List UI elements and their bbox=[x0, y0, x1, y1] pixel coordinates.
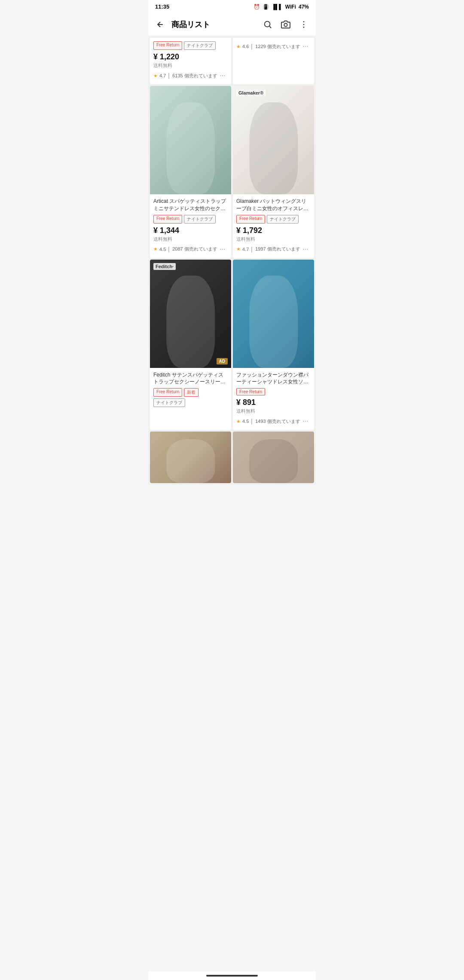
product-price-6: ¥ 891 bbox=[236, 398, 311, 407]
nightclub-tag: ナイトクラブ bbox=[184, 41, 216, 50]
nightclub-tag-4: ナイトクラブ bbox=[267, 215, 299, 224]
product-image-6 bbox=[233, 260, 314, 368]
nightclub-tag-3: ナイトクラブ bbox=[184, 215, 216, 224]
more-options-3[interactable]: ··· bbox=[217, 244, 228, 254]
more-options-4[interactable]: ··· bbox=[300, 244, 311, 254]
header: 商品リスト bbox=[148, 13, 316, 36]
divider-6: │ bbox=[250, 419, 253, 424]
product-info-5: Feditch サテンスパゲッティストラップセクシーノースリーブナ… Free … bbox=[150, 368, 231, 413]
search-button[interactable] bbox=[261, 18, 275, 31]
rating-row-3: ★ 4.5 │ 2087 個売れています ··· bbox=[153, 244, 228, 254]
new-tag-5: 新着 bbox=[184, 388, 198, 397]
brand-watermark-4: Glamaker® bbox=[236, 89, 266, 96]
product-price-3: ¥ 1,344 bbox=[153, 226, 228, 235]
svg-point-4 bbox=[303, 27, 305, 28]
sold-count-3: 2087 個売れています bbox=[172, 246, 217, 252]
rating-value-6: 4.5 bbox=[242, 419, 249, 424]
product-info-6: ファッションターンダウン襟パーティーシャツドレス女性ソリッ… Free Retu… bbox=[233, 368, 314, 430]
product-card-2[interactable]: ★ 4.6 │ 1229 個売れています ··· bbox=[233, 38, 314, 84]
free-return-tag-5: Free Return bbox=[153, 388, 182, 397]
product-title-6: ファッションターンダウン襟パーティーシャツドレス女性ソリッ… bbox=[236, 371, 311, 386]
svg-point-3 bbox=[303, 24, 305, 25]
product-shipping-6: 送料無料 bbox=[236, 408, 311, 414]
star-icon-6: ★ bbox=[236, 419, 241, 424]
sold-count-2: 1229 個売れています bbox=[255, 43, 300, 50]
nightclub-tag-5: ナイトクラブ bbox=[153, 398, 185, 407]
product-grid: Free Return ナイトクラブ ¥ 1,220 送料無料 ★ 4.7 │ … bbox=[148, 36, 316, 485]
vibrate-icon: 📳 bbox=[263, 4, 269, 10]
free-return-tag-4: Free Return bbox=[236, 215, 265, 224]
product-tags-5: Free Return 新着 ナイトクラブ bbox=[153, 388, 228, 407]
product-tags-3: Free Return ナイトクラブ bbox=[153, 215, 228, 224]
rating-value-4: 4.7 bbox=[242, 247, 249, 252]
rating-row-4: ★ 4.7 │ 1997 個売れています ··· bbox=[236, 244, 311, 254]
rating-value-2: 4.6 bbox=[242, 44, 249, 49]
page-title: 商品リスト bbox=[171, 19, 256, 30]
signal-icon: ▐▌▌ bbox=[272, 4, 283, 10]
product-rating-6: ★ 4.5 │ 1493 個売れています bbox=[236, 418, 300, 425]
product-title-4: Glamaker バットウィングスリーブ白ミニ女性のオフィスレディ… bbox=[236, 198, 311, 212]
star-icon-3: ★ bbox=[153, 246, 158, 252]
rating-row-1: ★ 4.7 │ 6135 個売れています ··· bbox=[153, 70, 228, 81]
camera-button[interactable] bbox=[279, 18, 293, 31]
wifi-icon: WiFi bbox=[285, 4, 296, 10]
product-card-7[interactable] bbox=[150, 432, 231, 483]
divider-3: │ bbox=[168, 247, 171, 252]
divider-2: │ bbox=[250, 44, 253, 49]
svg-point-1 bbox=[284, 23, 287, 26]
product-tags-1: Free Return ナイトクラブ bbox=[153, 41, 228, 50]
product-card-6[interactable]: ファッションターンダウン襟パーティーシャツドレス女性ソリッ… Free Retu… bbox=[233, 260, 314, 430]
product-info-2: ★ 4.6 │ 1229 個売れています ··· bbox=[233, 38, 314, 55]
product-shipping-1: 送料無料 bbox=[153, 62, 228, 69]
more-button[interactable] bbox=[297, 18, 311, 31]
product-rating-2: ★ 4.6 │ 1229 個売れています bbox=[236, 43, 300, 50]
product-tags-4: Free Return ナイトクラブ bbox=[236, 215, 311, 224]
sold-count-6: 1493 個売れています bbox=[255, 418, 300, 425]
rating-value-1: 4.7 bbox=[159, 73, 166, 78]
product-image-3 bbox=[150, 86, 231, 194]
divider-4: │ bbox=[250, 247, 253, 252]
svg-point-2 bbox=[303, 21, 305, 22]
product-card-8[interactable] bbox=[233, 432, 314, 483]
ad-badge: AD bbox=[217, 358, 228, 364]
free-return-tag: Free Return bbox=[153, 41, 182, 50]
product-info-3: Articat スパゲッティストラップミニサテンドレス女性のセクシ… Free … bbox=[150, 194, 231, 258]
rating-row-6: ★ 4.5 │ 1493 個売れています ··· bbox=[236, 416, 311, 426]
star-icon-2: ★ bbox=[236, 44, 241, 49]
free-return-tag-6: Free Return bbox=[236, 388, 265, 395]
more-options-1[interactable]: ··· bbox=[217, 70, 228, 81]
star-icon-1: ★ bbox=[153, 73, 158, 79]
sold-count-1: 6135 個売れています bbox=[172, 73, 217, 79]
star-icon-4: ★ bbox=[236, 246, 241, 252]
alarm-icon: ⏰ bbox=[253, 4, 260, 10]
product-image-4: Glamaker® bbox=[233, 86, 314, 194]
product-card-4[interactable]: Glamaker® Glamaker バットウィングスリーブ白ミニ女性のオフィス… bbox=[233, 86, 314, 258]
more-options-6[interactable]: ··· bbox=[300, 416, 311, 426]
svg-point-0 bbox=[265, 21, 270, 27]
product-info-1: Free Return ナイトクラブ ¥ 1,220 送料無料 ★ 4.7 │ … bbox=[150, 38, 231, 84]
battery-icon: 47% bbox=[299, 4, 309, 10]
product-image-7 bbox=[150, 432, 231, 483]
divider-1: │ bbox=[168, 73, 171, 78]
product-price-1: ¥ 1,220 bbox=[153, 52, 228, 61]
rating-value-3: 4.5 bbox=[159, 247, 166, 252]
back-button[interactable] bbox=[153, 18, 167, 31]
status-time: 11:35 bbox=[155, 3, 169, 10]
brand-watermark-5: Feditch· bbox=[153, 263, 176, 270]
product-rating-3: ★ 4.5 │ 2087 個売れています bbox=[153, 246, 217, 252]
product-card-5[interactable]: Feditch· AD Feditch サテンスパゲッティストラップセクシーノー… bbox=[150, 260, 231, 430]
product-image-8 bbox=[233, 432, 314, 483]
product-tags-6: Free Return bbox=[236, 388, 311, 395]
product-image-5: Feditch· AD bbox=[150, 260, 231, 368]
product-card-3[interactable]: Articat スパゲッティストラップミニサテンドレス女性のセクシ… Free … bbox=[150, 86, 231, 258]
status-bar: 11:35 ⏰ 📳 ▐▌▌ WiFi 47% bbox=[148, 0, 316, 13]
product-info-4: Glamaker バットウィングスリーブ白ミニ女性のオフィスレディ… Free … bbox=[233, 194, 314, 258]
product-title-5: Feditch サテンスパゲッティストラップセクシーノースリーブナ… bbox=[153, 371, 228, 386]
product-price-4: ¥ 1,792 bbox=[236, 226, 311, 235]
product-title-3: Articat スパゲッティストラップミニサテンドレス女性のセクシ… bbox=[153, 198, 228, 212]
status-icons: ⏰ 📳 ▐▌▌ WiFi 47% bbox=[253, 4, 309, 10]
product-card-1[interactable]: Free Return ナイトクラブ ¥ 1,220 送料無料 ★ 4.7 │ … bbox=[150, 38, 231, 84]
sold-count-4: 1997 個売れています bbox=[255, 246, 300, 252]
more-options-2[interactable]: ··· bbox=[300, 41, 311, 52]
product-rating-1: ★ 4.7 │ 6135 個売れています bbox=[153, 73, 217, 79]
